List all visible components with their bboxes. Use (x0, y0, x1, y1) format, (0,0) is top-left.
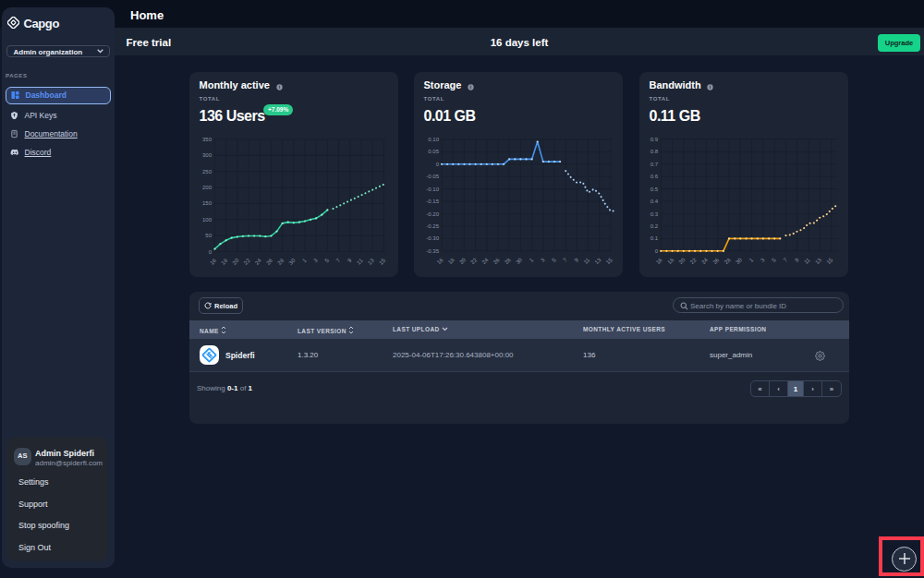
svg-text:15: 15 (605, 257, 614, 265)
svg-text:11: 11 (803, 257, 811, 265)
svg-text:0.05: 0.05 (428, 149, 439, 154)
svg-text:200: 200 (202, 185, 213, 190)
svg-text:0.3: 0.3 (650, 211, 659, 217)
svg-text:24: 24 (700, 257, 709, 265)
svg-text:-0.25: -0.25 (426, 223, 439, 229)
svg-text:0: 0 (655, 248, 659, 254)
svg-text:-0.10: -0.10 (426, 187, 439, 192)
svg-text:0.5: 0.5 (650, 187, 659, 192)
svg-text:-0.15: -0.15 (426, 199, 439, 204)
svg-text:3: 3 (312, 258, 319, 264)
svg-text:i: i (279, 85, 280, 90)
svg-text:0.9: 0.9 (650, 137, 659, 142)
svg-text:250: 250 (202, 169, 213, 175)
svg-text:7: 7 (335, 258, 342, 264)
svg-text:9: 9 (574, 257, 580, 263)
svg-text:20: 20 (678, 257, 687, 265)
svg-text:0.6: 0.6 (650, 174, 659, 179)
svg-text:26: 26 (265, 258, 274, 266)
svg-text:3: 3 (760, 257, 766, 263)
svg-text:15: 15 (378, 258, 386, 266)
svg-text:150: 150 (202, 200, 213, 206)
svg-text:18: 18 (447, 257, 456, 265)
svg-text:24: 24 (481, 257, 490, 265)
svg-text:350: 350 (202, 137, 213, 142)
svg-text:0: 0 (209, 249, 213, 255)
svg-text:22: 22 (689, 257, 698, 265)
svg-text:11: 11 (356, 257, 364, 265)
svg-text:i: i (470, 85, 471, 90)
svg-text:i: i (710, 85, 711, 90)
svg-text:100: 100 (202, 217, 213, 223)
svg-text:0.7: 0.7 (650, 162, 659, 167)
svg-text:0.2: 0.2 (650, 223, 659, 229)
svg-text:3: 3 (540, 257, 546, 263)
svg-text:15: 15 (825, 257, 833, 265)
svg-text:13: 13 (594, 257, 602, 265)
svg-text:7: 7 (783, 257, 789, 263)
svg-text:0: 0 (436, 162, 440, 167)
svg-text:0.4: 0.4 (650, 199, 659, 204)
svg-text:20: 20 (458, 257, 467, 265)
svg-text:13: 13 (367, 258, 375, 266)
svg-text:50: 50 (205, 233, 212, 238)
svg-text:28: 28 (276, 258, 285, 266)
svg-text:30: 30 (735, 257, 743, 265)
svg-text:9: 9 (794, 257, 800, 263)
svg-text:30: 30 (515, 257, 523, 265)
svg-text:18: 18 (220, 258, 228, 266)
svg-text:11: 11 (583, 257, 591, 265)
svg-text:13: 13 (814, 257, 822, 265)
svg-text:30: 30 (288, 258, 297, 266)
svg-text:26: 26 (492, 257, 501, 265)
svg-text:16: 16 (655, 257, 663, 265)
svg-text:0.8: 0.8 (650, 149, 659, 154)
svg-text:22: 22 (243, 258, 251, 266)
svg-text:18: 18 (666, 257, 675, 265)
svg-text:9: 9 (346, 258, 353, 264)
svg-text:24: 24 (254, 258, 262, 266)
svg-text:1: 1 (748, 257, 755, 263)
svg-text:300: 300 (202, 152, 213, 158)
svg-text:0.10: 0.10 (428, 137, 439, 142)
svg-text:28: 28 (504, 257, 512, 265)
svg-text:26: 26 (711, 257, 720, 265)
svg-text:16: 16 (436, 257, 444, 265)
svg-text:-0.20: -0.20 (426, 211, 439, 217)
svg-text:7: 7 (562, 257, 568, 263)
svg-text:-0.35: -0.35 (426, 248, 439, 254)
svg-text:-0.30: -0.30 (426, 235, 439, 241)
svg-text:16: 16 (209, 258, 217, 266)
svg-text:5: 5 (771, 257, 777, 263)
svg-text:28: 28 (723, 257, 732, 265)
svg-text:5: 5 (324, 258, 331, 264)
svg-text:22: 22 (469, 257, 478, 265)
svg-text:20: 20 (232, 258, 240, 266)
svg-text:1: 1 (529, 257, 535, 263)
svg-text:5: 5 (551, 257, 557, 263)
svg-text:1: 1 (301, 258, 308, 264)
svg-text:-0.05: -0.05 (426, 174, 439, 179)
svg-text:0.1: 0.1 (650, 235, 659, 241)
